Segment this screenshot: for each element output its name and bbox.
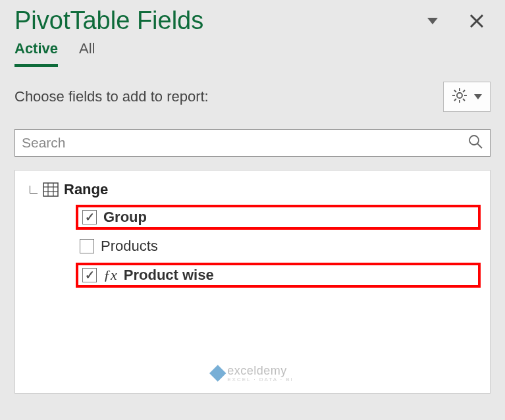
svg-line-8 xyxy=(463,99,465,101)
tab-active[interactable]: Active xyxy=(14,40,58,67)
tabs: Active All xyxy=(14,40,491,67)
pane-header: PivotTable Fields xyxy=(14,7,491,35)
search-input[interactable] xyxy=(22,135,437,151)
svg-line-7 xyxy=(454,90,456,92)
pivottable-fields-pane: PivotTable Fields Active All Choose fiel… xyxy=(0,0,505,420)
search-icon[interactable] xyxy=(467,134,483,152)
tree-root-row[interactable]: Range xyxy=(30,181,481,198)
field-row-products[interactable]: Products xyxy=(76,236,481,256)
fields-list-panel: Range Group Products ƒx Product wise exc… xyxy=(14,170,491,394)
field-label: Group xyxy=(103,209,147,226)
collapse-icon[interactable] xyxy=(30,186,38,194)
tab-all[interactable]: All xyxy=(79,40,95,67)
watermark-tagline: EXCEL · DATA · BI xyxy=(227,377,294,382)
tree-root-label: Range xyxy=(64,181,108,198)
pane-title: PivotTable Fields xyxy=(14,7,203,35)
table-icon xyxy=(43,182,59,197)
tools-button[interactable] xyxy=(443,82,491,112)
svg-point-11 xyxy=(469,136,479,145)
fx-icon: ƒx xyxy=(103,267,117,284)
svg-point-2 xyxy=(457,93,462,98)
checkbox-group[interactable] xyxy=(82,210,97,224)
field-row-product-wise[interactable]: ƒx Product wise xyxy=(76,263,481,288)
watermark-logo-icon xyxy=(209,365,225,381)
field-label: Product wise xyxy=(124,267,214,284)
instruction-label: Choose fields to add to report: xyxy=(14,88,209,105)
checkbox-products[interactable] xyxy=(80,239,94,253)
close-icon[interactable] xyxy=(469,14,484,28)
pane-options-dropdown-icon[interactable] xyxy=(427,18,438,24)
watermark-brand: exceldemy xyxy=(227,364,294,378)
field-label: Products xyxy=(101,238,158,255)
svg-line-12 xyxy=(477,144,482,148)
instruction-row: Choose fields to add to report: xyxy=(14,82,491,112)
svg-line-9 xyxy=(454,99,456,101)
watermark: exceldemy EXCEL · DATA · BI xyxy=(211,364,294,382)
gear-icon xyxy=(452,88,467,106)
checkbox-product-wise[interactable] xyxy=(82,268,97,282)
field-row-group[interactable]: Group xyxy=(76,205,481,230)
pane-controls xyxy=(427,14,491,28)
chevron-down-icon xyxy=(474,94,482,99)
svg-rect-13 xyxy=(43,183,58,196)
svg-line-10 xyxy=(463,90,465,92)
search-box[interactable] xyxy=(14,129,491,157)
